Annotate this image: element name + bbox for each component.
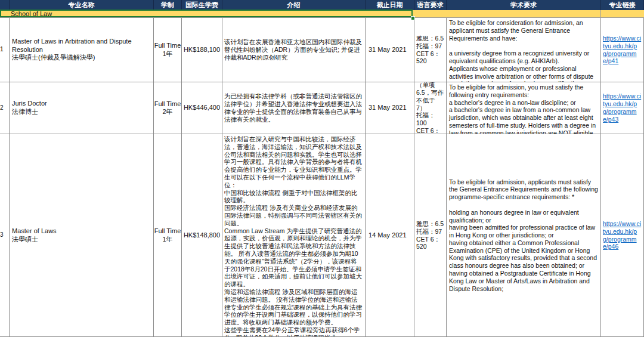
column-divider [600,10,601,18]
section-row-school-of-law[interactable]: School of Law [0,10,644,18]
header-cell-program-name[interactable]: 专业名称 [10,0,154,10]
duration-cell[interactable]: Full Time 2年 [154,82,182,134]
duration-cell[interactable]: Full Time 1年 [154,18,182,82]
language-req-cell[interactable]: 雅思：7.5（单项6.5，写作不低于7） 托福：100 CET 6：520 [414,82,447,134]
tuition-cell[interactable]: HK$446,400 [182,82,222,134]
header-cell-link[interactable]: 专业链接 [601,0,644,10]
header-cell-duration[interactable]: 学制 [154,0,182,10]
program-name-cell[interactable]: Master of Laws in Arbitration and Disput… [10,18,154,82]
program-link[interactable]: https://www.cityu.edu.hk/pg/programme/p4… [603,92,642,123]
program-link-cell[interactable]: https://www.cityu.edu.hk/pg/programme/p4… [601,134,644,337]
language-req-cell[interactable]: 雅思：6.5 托福：97 CET 6：520 [414,18,447,82]
selection-fill-handle[interactable] [411,16,415,20]
academic-req-cell[interactable]: To be eligible for consideration for adm… [447,18,601,82]
program-name-cell[interactable]: Juris Doctor 法律博士 [10,82,154,134]
header-cell-tuition[interactable]: 国际生学费 [182,0,222,10]
academic-req-cell[interactable]: To be eligible for admission, applicants… [447,134,601,337]
header-cell-academic[interactable]: 学术要求 [447,0,601,10]
deadline-cell[interactable]: 14 May 2021 [366,134,414,337]
program-link[interactable]: https://www.cityu.edu.hk/pg/programme/p4… [603,220,642,251]
row-number-cell[interactable]: 3 [0,134,10,337]
program-link[interactable]: https://www.cityu.edu.hk/pg/programme/p4… [603,35,642,65]
program-link-cell[interactable]: https://www.cityu.edu.hk/pg/programme/p4… [601,82,644,134]
language-req-cell[interactable]: 雅思：6.5 托福：97 CET 6：520 [414,134,447,337]
program-link-cell[interactable]: https://www.cityu.edu.hk/pg/programme/p4… [601,18,644,82]
academic-req-cell[interactable]: To be eligible for admission, you must s… [447,82,601,134]
intro-cell[interactable]: 该计划旨在发展香港和亚太地区国内和国际仲裁及替代性纠纷解决（ADR）方面的专业知… [222,18,366,82]
header-cell-intro[interactable]: 介绍 [222,0,366,10]
tuition-cell[interactable]: HK$188,100 [182,18,222,82]
row-number-cell[interactable]: 1 [0,18,10,82]
intro-cell[interactable]: 该计划旨在深入研究与中国和比较法，国际经济法，普通法，海洋运输法，知识产权和技术… [222,134,366,337]
row-number-cell[interactable]: 2 [0,82,10,134]
intro-cell[interactable]: 为已经拥有非法律学科（或非普通法司法管辖区的法律学位）并希望进入香港法律专业或想… [222,82,366,134]
deadline-cell[interactable]: 31 May 2021 [366,18,414,82]
section-title: School of Law [11,10,52,17]
tuition-cell[interactable]: HK$148,800 [182,134,222,337]
spreadsheet: 专业名称 学制 国际生学费 介绍 截止日期 语言要求 学术要求 专业链接 Sch… [0,0,644,337]
header-cell-deadline[interactable]: 截止日期 [366,0,414,10]
header-cell-language[interactable]: 语言要求 [414,0,447,10]
deadline-cell[interactable]: 31 May 2021 [366,82,414,134]
program-name-cell[interactable]: Master of Laws 法學碩士 [10,134,154,337]
duration-cell[interactable]: Full Time 1年 [154,134,182,337]
program-table: 专业名称 学制 国际生学费 介绍 截止日期 语言要求 学术要求 专业链接 Sch… [0,0,644,337]
header-cell-num[interactable] [0,0,10,10]
